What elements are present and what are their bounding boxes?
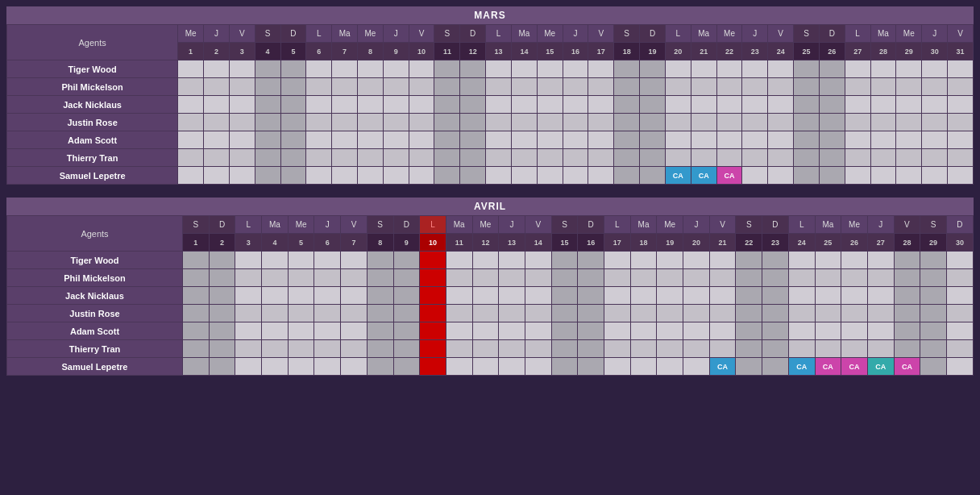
cell-3-13[interactable] (511, 114, 537, 131)
cell-0-7[interactable] (358, 60, 384, 78)
cell-3-2[interactable] (235, 305, 262, 322)
cell-6-12[interactable] (486, 167, 512, 185)
cell-3-29[interactable] (946, 305, 973, 322)
cell-4-23[interactable] (788, 322, 815, 340)
cell-0-3[interactable] (255, 60, 280, 78)
cell-2-28[interactable] (896, 96, 922, 114)
cell-0-13[interactable] (511, 60, 537, 78)
cell-2-19[interactable] (683, 287, 710, 305)
cell-3-14[interactable] (537, 114, 563, 131)
cell-3-25[interactable] (819, 114, 845, 131)
cell-0-13[interactable] (525, 252, 551, 269)
cell-5-14[interactable] (551, 340, 578, 358)
cell-1-21[interactable] (716, 78, 742, 96)
cell-0-24[interactable] (794, 60, 820, 78)
cell-4-12[interactable] (486, 131, 512, 149)
cell-6-0[interactable] (178, 167, 204, 185)
cell-5-1[interactable] (204, 149, 230, 167)
cell-0-16[interactable] (588, 60, 614, 78)
cell-1-13[interactable] (511, 78, 537, 96)
cell-2-18[interactable] (657, 287, 683, 305)
cell-4-1[interactable] (204, 131, 230, 149)
cell-5-7[interactable] (367, 340, 393, 358)
cell-5-23[interactable] (788, 340, 815, 358)
cell-5-26[interactable] (845, 149, 870, 167)
cell-5-2[interactable] (235, 340, 262, 358)
cell-5-16[interactable] (588, 149, 614, 167)
cell-0-20[interactable] (691, 60, 716, 78)
cell-3-4[interactable] (288, 305, 314, 322)
cell-0-12[interactable] (486, 60, 512, 78)
cell-6-29[interactable] (946, 358, 973, 376)
cell-0-6[interactable] (332, 60, 358, 78)
cell-2-4[interactable] (288, 287, 314, 305)
cell-4-4[interactable] (280, 131, 306, 149)
cell-4-2[interactable] (229, 131, 255, 149)
cell-5-6[interactable] (341, 340, 368, 358)
cell-2-17[interactable] (614, 96, 640, 114)
cell-2-5[interactable] (314, 287, 341, 305)
cell-2-6[interactable] (341, 287, 368, 305)
cell-6-21[interactable] (736, 358, 762, 376)
cell-1-4[interactable] (280, 78, 306, 96)
cell-5-18[interactable] (657, 340, 683, 358)
cell-4-25[interactable] (819, 131, 845, 149)
cell-3-20[interactable] (691, 114, 716, 131)
cell-2-11[interactable] (460, 96, 486, 114)
cell-0-16[interactable] (604, 252, 631, 269)
cell-1-26[interactable] (867, 269, 894, 287)
cell-0-14[interactable] (537, 60, 563, 78)
cell-2-29[interactable] (922, 96, 948, 114)
cell-5-25[interactable] (841, 340, 868, 358)
cell-1-9[interactable] (409, 78, 434, 96)
cell-1-21[interactable] (736, 269, 762, 287)
cell-1-18[interactable] (640, 78, 666, 96)
cell-3-19[interactable] (665, 114, 691, 131)
cell-2-7[interactable] (367, 287, 393, 305)
cell-3-18[interactable] (657, 305, 683, 322)
cell-2-8[interactable] (393, 287, 420, 305)
cell-6-11[interactable] (460, 167, 486, 185)
cell-5-25[interactable] (819, 149, 845, 167)
cell-5-8[interactable] (383, 149, 409, 167)
cell-4-0[interactable] (178, 131, 204, 149)
cell-3-21[interactable] (716, 114, 742, 131)
cell-5-28[interactable] (896, 149, 922, 167)
cell-2-18[interactable] (640, 96, 666, 114)
cell-1-17[interactable] (614, 78, 640, 96)
cell-2-13[interactable] (511, 96, 537, 114)
cell-4-24[interactable] (815, 322, 841, 340)
cell-1-10[interactable] (434, 78, 460, 96)
cell-4-7[interactable] (367, 322, 393, 340)
cell-5-22[interactable] (762, 340, 789, 358)
cell-1-23[interactable] (768, 78, 794, 96)
cell-6-2[interactable] (229, 167, 255, 185)
cell-3-24[interactable] (815, 305, 841, 322)
cell-6-16[interactable] (604, 358, 631, 376)
cell-6-3[interactable] (262, 358, 289, 376)
cell-6-7[interactable] (358, 167, 384, 185)
cell-1-17[interactable] (630, 269, 657, 287)
cell-6-2[interactable] (235, 358, 262, 376)
cell-3-6[interactable] (332, 114, 358, 131)
cell-0-29[interactable] (922, 60, 948, 78)
cell-1-27[interactable] (894, 269, 920, 287)
cell-5-29[interactable] (946, 340, 973, 358)
cell-6-11[interactable] (472, 358, 499, 376)
cell-3-22[interactable] (742, 114, 768, 131)
cell-0-18[interactable] (657, 252, 683, 269)
cell-4-19[interactable] (665, 131, 691, 149)
cell-0-25[interactable] (819, 60, 845, 78)
cell-5-4[interactable] (288, 340, 314, 358)
cell-2-16[interactable] (604, 287, 631, 305)
cell-5-0[interactable] (183, 340, 210, 358)
cell-2-2[interactable] (229, 96, 255, 114)
cell-0-3[interactable] (262, 252, 289, 269)
cell-1-27[interactable] (870, 78, 896, 96)
cell-5-21[interactable] (716, 149, 742, 167)
cell-0-6[interactable] (341, 252, 368, 269)
cell-0-10[interactable] (434, 60, 460, 78)
cell-3-14[interactable] (551, 305, 578, 322)
cell-3-9[interactable] (420, 305, 446, 322)
cell-4-15[interactable] (563, 131, 588, 149)
